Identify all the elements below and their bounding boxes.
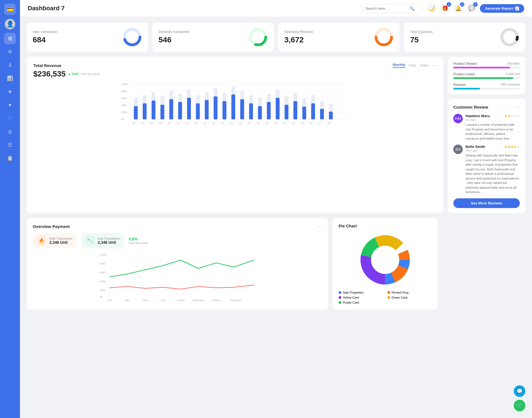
cart-fab[interactable]: 🛒 bbox=[514, 400, 525, 411]
reviewer-time-1: 20m ago bbox=[466, 149, 520, 152]
cart-badge: 2 bbox=[447, 2, 451, 7]
donut-svg-1 bbox=[248, 27, 268, 47]
reviewer-name-1: Bella Smith bbox=[466, 145, 485, 149]
svg-rect-53 bbox=[276, 98, 280, 119]
reviewer-stars-1: ★★★★★ bbox=[505, 145, 520, 149]
sidebar-item-info[interactable]: ℹ bbox=[4, 59, 16, 71]
tab-monthly[interactable]: Monthly bbox=[393, 63, 405, 68]
low-transaction-icon: 📉 bbox=[85, 236, 95, 246]
ov-stats: 🔥 High Transaction 2,346 Unit 📉 Low Tran… bbox=[33, 233, 322, 248]
stat-value-1: 546 bbox=[158, 35, 190, 44]
legend-purple-label: Yellow Card bbox=[343, 296, 359, 299]
tab-today[interactable]: Today bbox=[420, 63, 428, 67]
analytics-icon: 📊 bbox=[7, 75, 13, 81]
sidebar-item-settings[interactable]: ⚙ bbox=[4, 46, 16, 58]
legend-yellow-label: Green Card bbox=[392, 296, 407, 299]
stat-info-0: Inter. transaction 684 bbox=[33, 30, 57, 44]
bottom-row: Overview Payment ⋯ 🔥 High Transaction 2,… bbox=[27, 218, 525, 310]
stat-label-1: Domestic transaction bbox=[158, 30, 190, 34]
sidebar-logo[interactable]: 💳 bbox=[4, 3, 16, 15]
stat-label-2: Operating Revenue bbox=[284, 30, 313, 34]
svg-text:600k: 600k bbox=[121, 97, 127, 100]
bell-icon-btn[interactable]: 🔔 12 bbox=[453, 3, 463, 13]
overview-payment-header: Overview Payment ⋯ bbox=[33, 224, 322, 230]
metric-label-2: Reviews bbox=[453, 83, 466, 87]
see-more-reviews-button[interactable]: See More Reviews bbox=[453, 198, 520, 208]
revenue-header: Total Revenue Monthly Daily Today ⋯ bbox=[33, 62, 437, 68]
ov-change-label: than last week bbox=[129, 241, 148, 245]
heart-icon: ♥ bbox=[9, 102, 12, 108]
svg-text:0k: 0k bbox=[121, 118, 124, 120]
svg-rect-21 bbox=[134, 106, 138, 119]
stat-card-3: Total Expenses 75 bbox=[404, 22, 525, 52]
ov-change-info: 0,8% than last week bbox=[129, 233, 148, 248]
ov-stat-high-val: 2,346 Unit bbox=[49, 240, 72, 245]
review-more-icon[interactable]: ⋯ bbox=[515, 104, 520, 110]
svg-rect-49 bbox=[258, 106, 262, 119]
bell-badge: 12 bbox=[460, 2, 464, 7]
docs-icon: 📋 bbox=[7, 155, 13, 161]
ov-change-pct: 0,8% bbox=[129, 237, 148, 241]
right-panel: Product Viewed 561/days Product Listed 3… bbox=[448, 57, 525, 213]
ov-stat-high-label: High Transaction bbox=[49, 237, 72, 240]
theme-toggle-btn[interactable]: 🌙 bbox=[427, 3, 437, 13]
generate-report-button[interactable]: Generate Report 📈 bbox=[480, 4, 524, 13]
sidebar-item-print[interactable]: 🖨 bbox=[4, 126, 16, 137]
svg-text:24: 24 bbox=[292, 122, 295, 125]
legend-rented-label: Rented Prop bbox=[392, 291, 409, 294]
high-transaction-icon: 🔥 bbox=[37, 236, 47, 246]
stats-row: Inter. transaction 684 Domestic transact… bbox=[27, 22, 525, 52]
support-icon: 💬 bbox=[516, 388, 523, 394]
svg-text:25: 25 bbox=[301, 122, 304, 125]
sidebar-item-heart[interactable]: ♥ bbox=[4, 99, 16, 111]
stat-label-0: Inter. transaction bbox=[33, 30, 57, 34]
header: Dashboard 7 🔍 🌙 🎁 2 🔔 12 💬 5 Generate Re bbox=[20, 0, 532, 17]
search-input[interactable] bbox=[365, 6, 407, 11]
metric-row-2: Reviews 456 Comment bbox=[453, 83, 520, 89]
svg-text:600k: 600k bbox=[100, 271, 105, 274]
svg-text:06: 06 bbox=[132, 122, 135, 125]
bell-icon: 🔔 bbox=[455, 5, 461, 11]
mid-row: Total Revenue Monthly Daily Today ⋯ $236… bbox=[27, 57, 525, 213]
sidebar-item-star[interactable]: ★ bbox=[4, 86, 16, 98]
svg-rect-25 bbox=[152, 101, 155, 119]
svg-rect-27 bbox=[160, 105, 164, 119]
tab-daily[interactable]: Daily bbox=[409, 63, 416, 67]
svg-text:16: 16 bbox=[221, 122, 224, 125]
revenue-change-label: than last week bbox=[81, 72, 100, 76]
sidebar-item-list[interactable]: ☰ bbox=[4, 139, 16, 151]
svg-text:800k: 800k bbox=[100, 262, 105, 265]
svg-rect-55 bbox=[285, 105, 288, 119]
svg-text:0k: 0k bbox=[100, 295, 103, 298]
logo-icon: 💳 bbox=[7, 6, 14, 12]
sidebar-item-heart2[interactable]: ♡ bbox=[4, 112, 16, 124]
svg-text:14: 14 bbox=[203, 122, 206, 125]
user-avatar[interactable]: 👤 bbox=[5, 19, 15, 29]
svg-rect-59 bbox=[302, 107, 306, 119]
search-bar[interactable]: 🔍 bbox=[361, 4, 422, 13]
svg-text:200k: 200k bbox=[121, 111, 127, 114]
sidebar-item-docs[interactable]: 📋 bbox=[4, 152, 16, 164]
legend-sale-label: Sale Properties bbox=[343, 291, 364, 294]
print-icon: 🖨 bbox=[7, 129, 12, 135]
svg-text:27: 27 bbox=[319, 122, 321, 125]
chart-icon: 📈 bbox=[515, 6, 519, 11]
progress-fill-0 bbox=[453, 67, 510, 68]
svg-text:22: 22 bbox=[274, 122, 277, 125]
revenue-card: Total Revenue Monthly Daily Today ⋯ $236… bbox=[27, 57, 443, 213]
more-options-icon[interactable]: ⋯ bbox=[432, 62, 437, 68]
cart-icon-btn[interactable]: 🎁 2 bbox=[440, 3, 450, 13]
metric-row-0: Product Viewed 561/days bbox=[453, 62, 520, 68]
svg-rect-61 bbox=[311, 103, 315, 119]
svg-text:800k: 800k bbox=[121, 90, 127, 93]
support-fab[interactable]: 💬 bbox=[514, 385, 525, 397]
legend-purple-card: Yellow Card bbox=[339, 296, 383, 299]
reviewer-stars-0: ★★★★★ bbox=[505, 114, 520, 118]
svg-rect-57 bbox=[293, 101, 297, 119]
message-icon-btn[interactable]: 💬 5 bbox=[467, 3, 477, 13]
sidebar-item-analytics[interactable]: 📊 bbox=[4, 73, 16, 84]
sidebar-item-dashboard[interactable]: ⊞ bbox=[4, 33, 16, 44]
overview-payment-title: Overview Payment bbox=[33, 224, 70, 229]
progress-bar-2 bbox=[453, 88, 520, 89]
overview-more-icon[interactable]: ⋯ bbox=[317, 224, 322, 230]
